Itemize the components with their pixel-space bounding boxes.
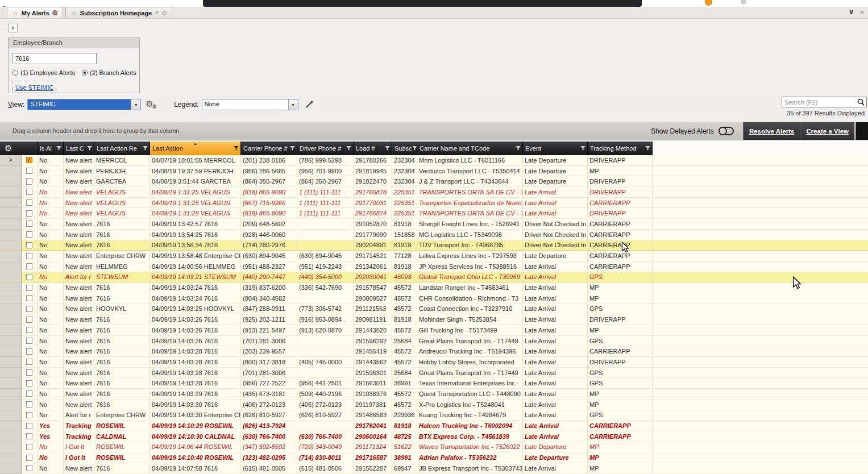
collapse-panel-button[interactable]: ∧ xyxy=(8,23,18,32)
row-checkbox[interactable] xyxy=(26,231,32,238)
row-checkbox[interactable]: ✓ xyxy=(26,157,32,163)
table-row[interactable]: No New alert 7616 04/09/19 14:03:26 7616… xyxy=(0,336,868,347)
column-header-last-action[interactable]: ▲ Last Action xyxy=(150,142,241,155)
column-header-last-action-re[interactable]: Last Action Re xyxy=(94,142,150,155)
row-checkbox[interactable] xyxy=(26,390,32,397)
table-row[interactable]: No New alert 7616 04/09/19 14:03:24 7616… xyxy=(0,293,868,304)
row-checkbox[interactable] xyxy=(26,359,32,365)
radio-icon[interactable] xyxy=(13,70,18,76)
row-checkbox[interactable] xyxy=(26,369,32,376)
row-checkbox[interactable] xyxy=(26,168,32,174)
table-row[interactable]: No New alert Enterprise CHRW 04/09/19 13… xyxy=(0,251,868,261)
row-checkbox[interactable] xyxy=(26,242,32,248)
view-dropdown[interactable]: STEIMIC ▼ xyxy=(27,99,141,110)
row-check-cell[interactable] xyxy=(22,389,38,400)
row-check-cell[interactable] xyxy=(22,272,38,283)
column-header-subscriber[interactable]: Subsc xyxy=(392,142,417,155)
row-check-cell[interactable] xyxy=(22,452,38,463)
search-icon[interactable] xyxy=(857,98,865,106)
row-check-cell[interactable] xyxy=(22,325,38,336)
edit-legend-button[interactable] xyxy=(303,98,315,111)
tab-subscription-homepage[interactable]: ☆ Subscription Homepage ✕ xyxy=(65,7,172,18)
row-check-cell[interactable] xyxy=(22,431,38,442)
table-row[interactable]: No Alert for r Enterprise CHRW 04/09/19 … xyxy=(0,410,868,421)
row-checkbox[interactable] xyxy=(26,189,32,195)
row-checkbox[interactable] xyxy=(26,274,32,280)
row-checkbox[interactable] xyxy=(26,295,32,301)
tab-my-alerts[interactable]: ☆ My Alerts xyxy=(7,7,63,18)
table-row[interactable]: No New alert 7616 04/09/19 14:03:24 7616… xyxy=(0,282,868,293)
row-checkbox[interactable] xyxy=(26,263,32,269)
row-checkbox[interactable] xyxy=(26,210,32,217)
row-check-cell[interactable] xyxy=(22,208,38,219)
row-checkbox[interactable] xyxy=(26,221,32,227)
row-check-cell[interactable] xyxy=(22,314,38,325)
dropdown-arrow-icon[interactable]: ▼ xyxy=(131,99,140,110)
table-row[interactable]: Yes Tracking CALDNAL 04/09/19 14:10:30 C… xyxy=(0,431,868,442)
table-row[interactable]: No New alert 7616 04/09/19 14:03:26 7616… xyxy=(0,325,868,336)
row-check-cell[interactable] xyxy=(22,176,38,187)
create-view-button[interactable]: Create a View xyxy=(800,122,854,140)
row-check-cell[interactable] xyxy=(22,421,38,431)
table-row[interactable]: No New alert VELAGUS 04/09/19 1:31:25 VE… xyxy=(0,208,868,219)
use-steimic-link-box[interactable]: Use STEIMIC xyxy=(13,81,56,93)
filter-icon[interactable] xyxy=(516,146,521,151)
search-box[interactable] xyxy=(782,97,867,107)
filter-icon[interactable] xyxy=(87,146,92,151)
show-delayed-toggle[interactable] xyxy=(719,127,734,135)
row-checkbox[interactable] xyxy=(26,306,32,312)
close-tab-icon[interactable]: ✕ xyxy=(155,10,159,15)
filter-icon[interactable] xyxy=(234,146,239,151)
table-row[interactable]: No New alert 7616 04/09/19 14:03:28 7616… xyxy=(0,378,868,389)
table-row[interactable]: No I Got It ROSEWIL 04/09/19 14:06:44 RO… xyxy=(0,442,868,453)
filter-icon[interactable] xyxy=(645,146,650,151)
table-row[interactable]: No New alert 7616 04/09/19 13:56:34 7616… xyxy=(0,240,868,251)
grid-filter-button[interactable] xyxy=(855,122,868,140)
row-checkbox[interactable] xyxy=(26,199,32,206)
table-row[interactable]: No New alert 7616 04/09/19 14:07:58 7616… xyxy=(0,463,868,474)
filter-icon[interactable] xyxy=(346,146,351,151)
row-check-cell[interactable] xyxy=(22,304,38,315)
table-row[interactable]: No New alert 7616 04/09/19 14:03:28 7616… xyxy=(0,357,868,368)
table-row[interactable]: No New alert 7616 04/09/19 14:03:29 7616… xyxy=(0,389,868,400)
table-row[interactable]: No New alert HOOVKYL 04/09/19 14:03:25 H… xyxy=(0,304,868,315)
row-check-cell[interactable] xyxy=(22,251,38,261)
row-checkbox[interactable] xyxy=(26,433,32,439)
table-row[interactable]: No I Got It ROSEWIL 04/09/19 14:10:40 RO… xyxy=(0,452,868,463)
column-header-load[interactable]: Load # xyxy=(354,142,392,155)
row-checkbox[interactable] xyxy=(26,178,32,185)
filter-icon[interactable] xyxy=(385,146,390,151)
table-row[interactable]: Yes Tracking ROSEWIL 04/09/19 14:10:29 R… xyxy=(0,421,868,431)
star-icon[interactable]: ☆ xyxy=(71,10,77,16)
notification-dot-icon[interactable] xyxy=(705,0,712,6)
column-header-carrier-phone[interactable]: Carrier Phone # xyxy=(241,142,297,155)
table-row[interactable]: No New alert VELAGUS 04/09/19 1:31:25 VE… xyxy=(0,187,868,198)
row-check-cell[interactable] xyxy=(22,410,38,421)
row-checkbox[interactable] xyxy=(26,380,32,386)
radio-branch-alerts[interactable]: (2) Branch Alerts xyxy=(82,69,136,76)
filter-icon[interactable] xyxy=(412,146,417,151)
filter-icon[interactable] xyxy=(290,146,295,151)
table-row[interactable]: No New alert GARCTEA 04/08/19 3:51:44 GA… xyxy=(0,176,868,187)
column-header-tracking-method[interactable]: Tracking Method xyxy=(588,142,653,155)
column-header-driver-phone[interactable]: Driver Phone # xyxy=(297,142,354,155)
row-check-cell[interactable] xyxy=(22,240,38,251)
table-row[interactable]: No New alert 7616 04/09/19 14:03:28 7616… xyxy=(0,346,868,357)
table-row[interactable]: No New alert 7616 04/09/19 13:54:25 7616… xyxy=(0,230,868,240)
radio-employee-alerts[interactable]: (1) Employee Alerts xyxy=(13,69,75,76)
row-check-cell[interactable] xyxy=(22,400,38,410)
table-row[interactable]: No New alert 7616 04/09/19 14:03:30 7616… xyxy=(0,400,868,410)
dropdown-arrow-icon[interactable]: ▼ xyxy=(288,99,298,110)
row-check-cell[interactable] xyxy=(22,166,38,177)
row-check-cell[interactable] xyxy=(22,293,38,304)
column-header-last-c[interactable]: Last C xyxy=(64,142,94,155)
table-row[interactable]: > ✓ No New alert MERRCOL 04/07/19 18:01:… xyxy=(0,155,868,166)
row-check-cell[interactable] xyxy=(22,230,38,240)
branch-input[interactable] xyxy=(13,53,97,64)
table-row[interactable]: No New alert HELMMEG 04/09/19 14:00:56 H… xyxy=(0,261,868,272)
column-header-event[interactable]: Event xyxy=(523,142,588,155)
row-check-cell[interactable] xyxy=(22,463,38,474)
group-by-bar[interactable]: Drag a column header and drop it here to… xyxy=(0,122,868,140)
table-row[interactable]: No New alert 7616 04/09/19 14:03:28 7616… xyxy=(0,368,868,379)
column-header-is-alert[interactable]: Is Al xyxy=(38,142,64,155)
